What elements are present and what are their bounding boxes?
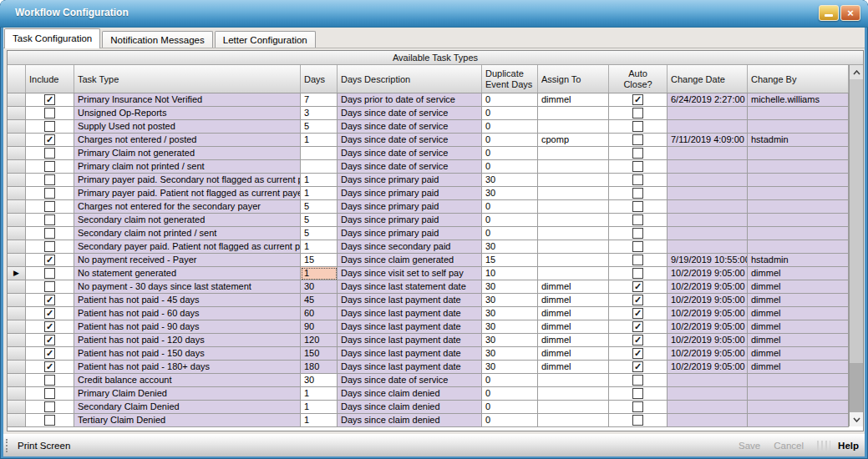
days-cell[interactable]: 7 — [301, 93, 338, 107]
include-checkbox[interactable]: ✓ — [44, 255, 55, 265]
auto-close-checkbox[interactable] — [632, 108, 643, 119]
days-cell[interactable]: 30 — [301, 374, 338, 387]
include-checkbox[interactable]: ✓ — [44, 335, 55, 346]
assign-to-cell[interactable] — [538, 267, 609, 280]
assign-to-cell[interactable] — [538, 187, 609, 200]
duplicate-event-days-cell[interactable]: 0 — [482, 134, 538, 147]
auto-close-checkbox[interactable]: ✓ — [632, 94, 643, 105]
row-selector[interactable] — [8, 320, 26, 334]
duplicate-event-days-cell[interactable]: 0 — [482, 200, 538, 214]
row-selector[interactable] — [8, 254, 26, 267]
include-checkbox[interactable]: ✓ — [44, 134, 55, 145]
assign-to-cell[interactable] — [538, 120, 609, 134]
scroll-down-button[interactable] — [850, 412, 863, 426]
include-checkbox[interactable] — [44, 188, 55, 199]
column-header-include[interactable]: Include — [26, 65, 74, 93]
auto-close-checkbox[interactable]: ✓ — [632, 308, 643, 319]
days-cell[interactable]: 45 — [301, 294, 338, 307]
row-selector[interactable] — [8, 280, 26, 294]
row-selector[interactable] — [8, 107, 26, 120]
duplicate-event-days-cell[interactable]: 30 — [482, 347, 538, 361]
assign-to-cell[interactable]: dimmel — [538, 93, 609, 107]
cancel-button[interactable]: Cancel — [774, 441, 804, 451]
assign-to-cell[interactable] — [538, 254, 609, 267]
days-cell[interactable]: 15 — [301, 254, 338, 267]
auto-close-checkbox[interactable] — [632, 148, 643, 159]
duplicate-event-days-cell[interactable]: 0 — [482, 374, 538, 387]
assign-to-cell[interactable] — [538, 374, 609, 387]
column-header-days_description[interactable]: Days Description — [338, 65, 482, 93]
row-selector[interactable] — [8, 334, 26, 347]
row-selector[interactable] — [8, 93, 26, 107]
auto-close-checkbox[interactable] — [632, 228, 643, 239]
days-cell[interactable]: 3 — [301, 107, 338, 120]
days-cell[interactable]: 1 — [301, 267, 338, 280]
auto-close-checkbox[interactable] — [632, 201, 643, 212]
days-cell[interactable]: 5 — [301, 214, 338, 227]
duplicate-event-days-cell[interactable]: 10 — [482, 267, 538, 280]
assign-to-cell[interactable] — [538, 401, 609, 414]
column-header-auto_close[interactable]: Auto Close? — [609, 65, 667, 93]
row-selector[interactable] — [8, 147, 26, 160]
column-header-change_date[interactable]: Change Date — [667, 65, 748, 93]
include-checkbox[interactable]: ✓ — [44, 321, 55, 332]
duplicate-event-days-cell[interactable]: 0 — [482, 160, 538, 174]
days-cell[interactable]: 1 — [301, 174, 338, 187]
auto-close-checkbox[interactable]: ✓ — [632, 295, 643, 305]
auto-close-checkbox[interactable] — [632, 214, 643, 225]
assign-to-cell[interactable] — [538, 240, 609, 254]
days-cell[interactable]: 1 — [301, 414, 338, 427]
assign-to-cell[interactable]: dimmel — [538, 334, 609, 347]
auto-close-checkbox[interactable] — [632, 388, 643, 399]
auto-close-checkbox[interactable] — [632, 255, 643, 265]
days-cell[interactable]: 30 — [301, 280, 338, 294]
days-cell[interactable]: 5 — [301, 120, 338, 134]
include-checkbox[interactable] — [44, 214, 55, 225]
help-button[interactable]: Help — [838, 441, 859, 451]
auto-close-checkbox[interactable]: ✓ — [632, 321, 643, 332]
days-cell[interactable]: 90 — [301, 320, 338, 334]
duplicate-event-days-cell[interactable]: 0 — [482, 414, 538, 427]
include-checkbox[interactable]: ✓ — [44, 361, 55, 372]
auto-close-checkbox[interactable]: ✓ — [632, 361, 643, 372]
auto-close-checkbox[interactable] — [632, 268, 643, 279]
duplicate-event-days-cell[interactable]: 0 — [482, 107, 538, 120]
duplicate-event-days-cell[interactable]: 30 — [482, 320, 538, 334]
auto-close-checkbox[interactable]: ✓ — [632, 281, 643, 292]
days-cell[interactable] — [301, 160, 338, 174]
row-selector[interactable] — [8, 200, 26, 214]
row-selector[interactable] — [8, 294, 26, 307]
auto-close-checkbox[interactable] — [632, 401, 643, 412]
row-selector[interactable] — [8, 414, 26, 427]
include-checkbox[interactable] — [44, 174, 55, 185]
assign-to-cell[interactable] — [538, 160, 609, 174]
include-checkbox[interactable] — [44, 401, 55, 412]
row-selector[interactable] — [8, 227, 26, 240]
auto-close-checkbox[interactable] — [632, 174, 643, 185]
duplicate-event-days-cell[interactable]: 15 — [482, 254, 538, 267]
include-checkbox[interactable] — [44, 161, 55, 172]
row-selector[interactable] — [8, 307, 26, 320]
include-checkbox[interactable] — [44, 121, 55, 132]
days-cell[interactable]: 120 — [301, 334, 338, 347]
assign-to-cell[interactable] — [538, 107, 609, 120]
days-cell[interactable]: 150 — [301, 347, 338, 361]
include-checkbox[interactable] — [44, 228, 55, 239]
duplicate-event-days-cell[interactable]: 0 — [482, 401, 538, 414]
row-selector[interactable] — [8, 347, 26, 361]
auto-close-checkbox[interactable]: ✓ — [632, 348, 643, 359]
tab-task-configuration[interactable]: Task Configuration — [4, 28, 100, 48]
auto-close-checkbox[interactable] — [632, 241, 643, 252]
include-checkbox[interactable]: ✓ — [44, 295, 55, 305]
assign-to-cell[interactable]: dimmel — [538, 361, 609, 374]
minimize-button[interactable] — [819, 5, 839, 21]
duplicate-event-days-cell[interactable]: 0 — [482, 387, 538, 401]
include-checkbox[interactable] — [44, 268, 55, 279]
scrollbar-thumb[interactable] — [850, 79, 863, 363]
row-selector[interactable] — [8, 240, 26, 254]
tab-notification-messages[interactable]: Notification Messages — [102, 31, 213, 48]
assign-to-cell[interactable] — [538, 174, 609, 187]
auto-close-checkbox[interactable]: ✓ — [632, 335, 643, 346]
days-cell[interactable]: 1 — [301, 240, 338, 254]
assign-to-cell[interactable]: dimmel — [538, 307, 609, 320]
